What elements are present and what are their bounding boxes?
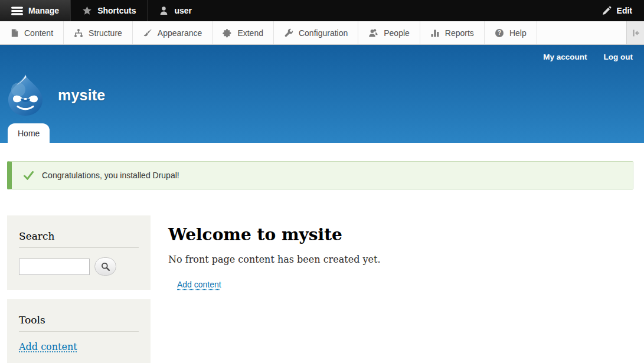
admin-tab-manage-label: Manage — [28, 6, 59, 15]
tray-item-reports-label: Reports — [445, 28, 474, 38]
status-message-text: Congratulations, you installed Drupal! — [42, 171, 179, 180]
svg-text:?: ? — [498, 30, 501, 36]
site-name[interactable]: mysite — [58, 87, 105, 104]
reports-icon — [430, 28, 440, 38]
content-icon — [10, 28, 19, 38]
sidebar: Search Tools Add content — [7, 215, 151, 363]
tray-item-configuration-label: Configuration — [299, 28, 348, 38]
my-account-link[interactable]: My account — [543, 53, 587, 61]
structure-icon — [74, 28, 83, 38]
user-icon — [159, 6, 169, 16]
site-header: My account Log out mysite — [0, 45, 644, 143]
tray-item-content[interactable]: Content — [0, 21, 64, 44]
tray-item-help-label: Help — [509, 28, 527, 38]
admin-tab-user[interactable]: user — [147, 0, 203, 21]
page-content: Search Tools Add content Welcome to mysi… — [7, 215, 633, 363]
tab-home[interactable]: Home — [8, 123, 50, 143]
edit-mode-label: Edit — [617, 6, 632, 15]
site-branding: mysite — [6, 74, 105, 116]
search-block-title: Search — [19, 230, 139, 248]
tray-item-appearance-label: Appearance — [158, 28, 202, 38]
search-submit-button[interactable] — [94, 257, 116, 276]
extend-icon — [223, 28, 232, 38]
tray-item-configuration[interactable]: Configuration — [274, 21, 358, 44]
tools-add-content-link[interactable]: Add content — [19, 341, 77, 352]
configuration-icon — [284, 28, 293, 38]
tray-item-content-label: Content — [24, 28, 53, 38]
admin-tab-user-label: user — [174, 6, 192, 15]
edit-mode-button[interactable]: Edit — [590, 0, 644, 21]
tools-block-title: Tools — [19, 314, 139, 332]
search-block: Search — [7, 215, 151, 290]
secondary-menu: My account Log out — [543, 53, 633, 61]
search-input[interactable] — [19, 259, 90, 275]
tray-item-appearance[interactable]: Appearance — [133, 21, 213, 44]
toolbar-orientation-toggle[interactable] — [626, 21, 644, 44]
admin-tray: Content Structure Appearance Extend Conf… — [0, 21, 644, 45]
search-form — [19, 257, 139, 276]
tray-item-reports[interactable]: Reports — [420, 21, 485, 44]
tray-item-extend[interactable]: Extend — [213, 21, 274, 44]
checkmark-icon — [24, 171, 34, 180]
toggle-vertical-icon — [631, 29, 640, 37]
menu-icon — [11, 6, 23, 15]
appearance-icon — [143, 28, 152, 38]
tools-block: Tools Add content — [7, 299, 151, 363]
magnifier-icon — [101, 262, 110, 272]
tray-item-structure[interactable]: Structure — [64, 21, 133, 44]
tray-item-help[interactable]: ? Help — [485, 21, 537, 44]
no-content-text: No front page content has been created y… — [168, 254, 633, 265]
admin-tab-shortcuts-label: Shortcuts — [97, 6, 136, 15]
add-content-link[interactable]: Add content — [177, 280, 221, 289]
tray-item-extend-label: Extend — [237, 28, 263, 38]
status-message: Congratulations, you installed Drupal! — [7, 161, 633, 189]
help-icon: ? — [495, 28, 504, 38]
star-icon — [82, 6, 92, 16]
log-out-link[interactable]: Log out — [604, 53, 633, 61]
tray-item-people-label: People — [384, 28, 410, 38]
admin-tab-manage[interactable]: Manage — [0, 0, 70, 21]
druplicon-logo[interactable] — [6, 74, 45, 116]
page-title: Welcome to mysite — [168, 225, 633, 244]
admin-toolbar: Manage Shortcuts user Edit — [0, 0, 644, 21]
tray-item-people[interactable]: People — [358, 21, 420, 44]
pencil-icon — [601, 6, 612, 16]
admin-tab-shortcuts[interactable]: Shortcuts — [70, 0, 147, 21]
people-icon — [368, 28, 378, 38]
tray-item-structure-label: Structure — [89, 28, 122, 38]
main-content: Welcome to mysite No front page content … — [151, 215, 633, 290]
